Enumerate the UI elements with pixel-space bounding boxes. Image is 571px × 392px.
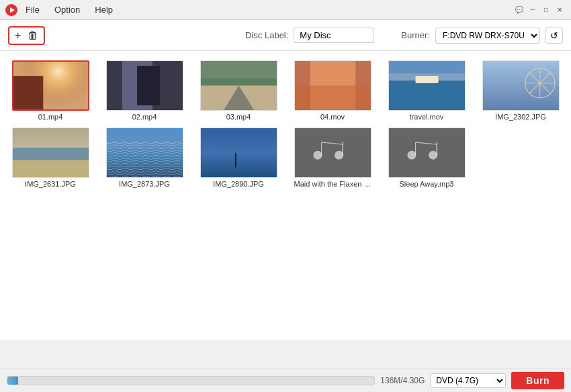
media-item-9[interactable]: IMG_2890.JPG bbox=[195, 128, 282, 188]
thumb-container-2 bbox=[106, 60, 183, 111]
menu-help[interactable]: Help bbox=[92, 3, 116, 16]
burner-label: Burner: bbox=[401, 30, 430, 40]
media-item-2[interactable]: 02.mp4 bbox=[101, 60, 188, 121]
disc-label-area: Disc Label: bbox=[245, 28, 374, 43]
media-item-7[interactable]: IMG_2631.JPG bbox=[7, 128, 94, 188]
media-grid: 01.mp402.mp403.mp404.movtravel.movIMG_23… bbox=[7, 60, 564, 188]
burner-area: Burner: F:DVD RW DRX-S70U ↺ bbox=[401, 28, 563, 44]
filename-6: IMG_2302.JPG bbox=[495, 113, 546, 121]
thumb-container-8 bbox=[106, 128, 183, 178]
thumb-canvas-2 bbox=[107, 61, 183, 110]
thumb-canvas-9 bbox=[201, 128, 277, 177]
filename-7: IMG_2631.JPG bbox=[25, 180, 76, 188]
app-icon bbox=[5, 4, 17, 16]
thumb-canvas-3 bbox=[201, 61, 277, 110]
thumb-container-7 bbox=[12, 128, 89, 178]
refresh-button[interactable]: ↺ bbox=[545, 28, 563, 44]
disc-label-input[interactable] bbox=[294, 28, 374, 43]
filename-1: 01.mp4 bbox=[38, 113, 63, 121]
window-controls: 💬 ─ □ ✕ bbox=[513, 4, 566, 16]
filename-5: travel.mov bbox=[410, 113, 444, 121]
add-delete-group: + 🗑 bbox=[8, 26, 45, 45]
toolbar: + 🗑 Disc Label: Burner: F:DVD RW DRX-S70… bbox=[0, 20, 571, 51]
media-item-1[interactable]: 01.mp4 bbox=[7, 60, 94, 121]
thumb-container-11 bbox=[388, 128, 466, 178]
close-button[interactable]: ✕ bbox=[554, 4, 566, 16]
filename-9: IMG_2890.JPG bbox=[213, 180, 264, 188]
burner-select[interactable]: F:DVD RW DRX-S70U bbox=[435, 28, 540, 44]
burn-button[interactable]: Burn bbox=[511, 372, 564, 389]
minimize-button[interactable]: ─ bbox=[527, 4, 539, 16]
menu-option[interactable]: Option bbox=[52, 3, 83, 16]
thumb-canvas-4 bbox=[295, 61, 371, 110]
thumb-canvas-7 bbox=[13, 128, 89, 177]
thumb-container-10 bbox=[294, 128, 371, 178]
status-bar: 136M/4.30G DVD (4.7G) DVD-DL (8.5G) BD (… bbox=[0, 368, 571, 392]
thumb-canvas-5 bbox=[389, 61, 465, 110]
thumb-container-5 bbox=[388, 60, 466, 111]
size-info: 136M/4.30G bbox=[380, 376, 425, 385]
thumb-canvas-11 bbox=[389, 128, 465, 177]
media-item-4[interactable]: 04.mov bbox=[289, 60, 376, 121]
filename-4: 04.mov bbox=[320, 113, 345, 121]
media-item-3[interactable]: 03.mp4 bbox=[195, 60, 282, 121]
media-item-11[interactable]: Sleep Away.mp3 bbox=[383, 128, 470, 188]
media-item-5[interactable]: travel.mov bbox=[383, 60, 470, 121]
filename-3: 03.mp4 bbox=[226, 113, 251, 121]
menu-file[interactable]: File bbox=[23, 3, 42, 16]
filename-2: 02.mp4 bbox=[132, 113, 157, 121]
add-button[interactable]: + bbox=[15, 30, 21, 42]
thumb-container-4 bbox=[294, 60, 371, 111]
progress-container bbox=[7, 376, 375, 385]
main-content: 01.mp402.mp403.mp404.movtravel.movIMG_23… bbox=[0, 51, 571, 340]
progress-bar bbox=[7, 377, 18, 385]
thumb-container-3 bbox=[200, 60, 277, 111]
thumb-container-6 bbox=[482, 60, 560, 111]
thumb-canvas-10 bbox=[295, 128, 371, 177]
thumb-canvas-8 bbox=[107, 128, 183, 177]
thumb-canvas-6 bbox=[483, 61, 559, 110]
menu-bar: File Option Help bbox=[23, 3, 116, 16]
filename-10: Maid with the Flaxen Hair... bbox=[294, 180, 371, 188]
maximize-button[interactable]: □ bbox=[540, 4, 552, 16]
dvd-select[interactable]: DVD (4.7G) DVD-DL (8.5G) BD (25G) bbox=[430, 373, 506, 388]
media-item-6[interactable]: IMG_2302.JPG bbox=[477, 60, 564, 121]
message-button[interactable]: 💬 bbox=[513, 4, 525, 16]
filename-11: Sleep Away.mp3 bbox=[400, 180, 454, 188]
thumb-container-9 bbox=[200, 128, 277, 178]
title-bar: File Option Help 💬 ─ □ ✕ bbox=[0, 0, 571, 20]
media-item-10[interactable]: Maid with the Flaxen Hair... bbox=[289, 128, 376, 188]
thumb-container-1 bbox=[12, 60, 89, 111]
disc-label-text: Disc Label: bbox=[245, 30, 288, 40]
media-item-8[interactable]: IMG_2873.JPG bbox=[101, 128, 188, 188]
thumb-canvas-1 bbox=[13, 62, 88, 109]
filename-8: IMG_2873.JPG bbox=[119, 180, 170, 188]
delete-button[interactable]: 🗑 bbox=[28, 30, 38, 42]
